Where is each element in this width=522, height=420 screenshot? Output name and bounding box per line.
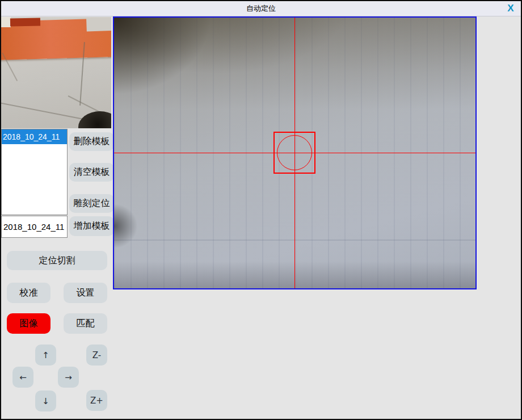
jog-down-button[interactable]: ↓ xyxy=(35,390,56,411)
dialog-title: 自动定位 xyxy=(246,3,276,14)
camera-view xyxy=(113,16,477,289)
template-name-input[interactable] xyxy=(1,216,68,238)
close-icon[interactable]: X xyxy=(504,2,517,15)
auto-position-dialog: 自动定位 X 2018_10_24_11 删除模板 清空模板 雕刻定位 增加模板… xyxy=(0,0,522,420)
position-cut-button[interactable]: 定位切割 xyxy=(7,251,107,270)
calibrate-button[interactable]: 校准 xyxy=(7,283,50,303)
preview-red-block xyxy=(10,18,40,27)
add-template-button[interactable]: 增加模板 xyxy=(69,216,114,236)
preview-highlight xyxy=(1,17,11,27)
image-button[interactable]: 图像 xyxy=(7,313,50,334)
match-button[interactable]: 匹配 xyxy=(64,313,107,334)
title-bar: 自动定位 X xyxy=(1,1,521,16)
preview-dark-object xyxy=(78,111,111,128)
preview-tile-seam xyxy=(1,102,88,120)
template-list-item[interactable]: 2018_10_24_11 xyxy=(2,129,67,144)
jog-left-button[interactable]: ← xyxy=(12,367,33,388)
template-preview-image xyxy=(1,17,111,128)
preview-wall-corner xyxy=(86,17,111,32)
jog-z-plus-button[interactable]: Z+ xyxy=(86,390,107,411)
template-list[interactable]: 2018_10_24_11 xyxy=(1,129,68,215)
jog-z-minus-button[interactable]: Z- xyxy=(86,345,107,366)
clear-templates-button[interactable]: 清空模板 xyxy=(69,163,114,182)
target-circle-overlay xyxy=(277,135,312,170)
jog-right-button[interactable]: → xyxy=(58,367,79,388)
jog-up-button[interactable]: ↑ xyxy=(35,345,56,366)
settings-button[interactable]: 设置 xyxy=(64,283,107,303)
engrave-position-button[interactable]: 雕刻定位 xyxy=(69,194,114,213)
delete-template-button[interactable]: 删除模板 xyxy=(69,132,114,151)
